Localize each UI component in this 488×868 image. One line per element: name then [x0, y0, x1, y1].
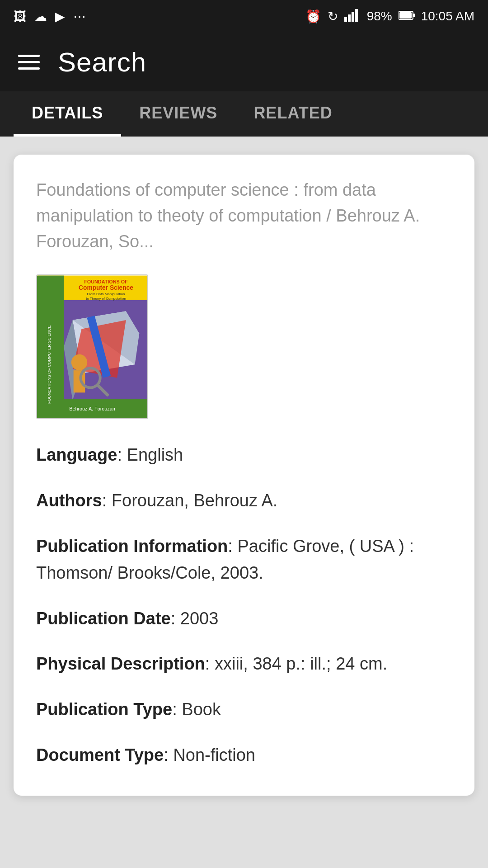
publication-info-separator: : [228, 537, 237, 556]
publication-date-separator: : [171, 609, 180, 628]
document-type-value: Non-fiction [173, 745, 255, 764]
svg-rect-5 [413, 14, 415, 17]
signal-icon [344, 8, 361, 25]
publication-info-row: Publication Information: Pacific Grove, … [36, 533, 452, 586]
menu-button[interactable] [18, 55, 40, 70]
svg-rect-2 [352, 12, 354, 22]
more-icon: ⋯ [73, 9, 86, 24]
svg-rect-6 [399, 12, 412, 19]
authors-row: Authors: Forouzan, Behrouz A. [36, 487, 452, 514]
publication-type-row: Publication Type: Book [36, 696, 452, 723]
publication-type-separator: : [172, 700, 182, 719]
tab-details[interactable]: DETAILS [14, 91, 121, 137]
svg-text:FOUNDATIONS OF COMPUTER SCIENC: FOUNDATIONS OF COMPUTER SCIENCE [47, 326, 52, 404]
time: 10:05 AM [421, 9, 474, 24]
tab-reviews[interactable]: REVIEWS [121, 91, 235, 137]
photo-icon: 🖼 [14, 9, 26, 24]
document-type-label: Document Type [36, 745, 164, 764]
physical-description-row: Physical Description: xxiii, 384 p.: ill… [36, 651, 452, 677]
status-bar-right-icons: ⏰ ↻ 98% 10:05 AM [305, 8, 474, 25]
status-bar: 🖼 ☁ ▶ ⋯ ⏰ ↻ 98% 10:05 AM [0, 0, 488, 33]
svg-text:FOUNDATIONS OF: FOUNDATIONS OF [84, 279, 128, 284]
svg-text:to Theory of Computation: to Theory of Computation [86, 297, 126, 301]
battery-icon [399, 9, 415, 24]
language-label: Language [36, 445, 117, 464]
svg-rect-16 [74, 370, 85, 392]
authors-separator: : [102, 491, 112, 510]
authors-value: Forouzan, Behrouz A. [112, 491, 278, 510]
svg-text:Behrouz A. Forouzan: Behrouz A. Forouzan [69, 406, 115, 411]
document-type-row: Document Type: Non-fiction [36, 742, 452, 769]
svg-text:From Data Manipulation: From Data Manipulation [87, 292, 125, 296]
app-bar: Search [0, 33, 488, 91]
language-separator: : [117, 445, 127, 464]
status-bar-left-icons: 🖼 ☁ ▶ ⋯ [14, 9, 86, 24]
publication-date-value: 2003 [180, 609, 219, 628]
tab-related[interactable]: RELATED [235, 91, 350, 137]
page-title: Search [58, 47, 146, 78]
tabs-bar: DETAILS REVIEWS RELATED [0, 91, 488, 137]
book-detail-card: Foundations of computer science : from d… [14, 155, 474, 796]
nav-icon: ▶ [55, 9, 65, 24]
svg-rect-1 [348, 14, 351, 22]
publication-date-label: Publication Date [36, 609, 171, 628]
battery-percent: 98% [367, 9, 392, 24]
publication-date-row: Publication Date: 2003 [36, 605, 452, 632]
language-value: English [127, 445, 183, 464]
content-area: Foundations of computer science : from d… [0, 137, 488, 868]
physical-description-label: Physical Description [36, 654, 205, 673]
svg-point-15 [71, 354, 87, 370]
book-cover-container: FOUNDATIONS OF Computer Science From Dat… [36, 274, 452, 419]
svg-text:Computer Science: Computer Science [79, 284, 133, 291]
svg-rect-3 [355, 9, 358, 22]
svg-rect-0 [344, 17, 347, 22]
publication-info-label: Publication Information [36, 537, 228, 556]
physical-description-separator: : [205, 654, 215, 673]
sync-icon: ↻ [328, 9, 338, 24]
publication-type-value: Book [182, 700, 221, 719]
publication-type-label: Publication Type [36, 700, 172, 719]
book-title: Foundations of computer science : from d… [36, 177, 452, 255]
document-type-separator: : [164, 745, 173, 764]
authors-label: Authors [36, 491, 102, 510]
book-cover-image: FOUNDATIONS OF Computer Science From Dat… [36, 274, 148, 419]
physical-description-value: xxiii, 384 p.: ill.; 24 cm. [215, 654, 387, 673]
weather-icon: ☁ [34, 9, 47, 24]
alarm-icon: ⏰ [305, 9, 321, 24]
language-row: Language: English [36, 442, 452, 468]
